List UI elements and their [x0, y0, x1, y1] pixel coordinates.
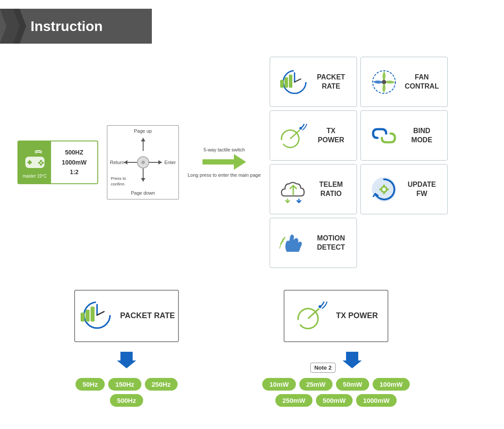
switch-center-button — [137, 156, 149, 168]
update-icon — [369, 174, 399, 205]
svg-marker-37 — [117, 352, 136, 368]
menu-label-fan-contral: FANCONTRAL — [405, 73, 439, 91]
chip-1000mw: 1000mW — [356, 394, 397, 407]
header-banner: Instruction — [0, 9, 152, 44]
svg-rect-14 — [285, 77, 288, 88]
bottom-section: PACKET RATE 50Hz 150Hz 250Hz 500Hz — [17, 290, 487, 407]
svg-rect-4 — [27, 161, 32, 163]
menu-card-packet-rate: PACKETRATE — [270, 57, 357, 107]
chip-100mw: 100mW — [373, 378, 410, 391]
svg-point-6 — [38, 161, 40, 164]
bottom-box-packet-rate: PACKET RATE — [74, 290, 179, 342]
device-display: master 19°C 500HZ 1000mW 1:2 — [17, 141, 98, 184]
switch-arrow-right — [149, 162, 162, 163]
header-chevron-icon — [0, 9, 26, 44]
svg-rect-27 — [383, 185, 385, 187]
down-arrow-tx-power — [343, 349, 362, 371]
chip-500hz: 500Hz — [110, 394, 143, 407]
long-press-label: Long press to enter the main page — [188, 172, 261, 178]
menu-card-bind-mode: BINDMODE — [360, 110, 448, 161]
menu-card-telem-ratio: TELEMRATIO — [270, 164, 357, 214]
svg-rect-28 — [383, 192, 385, 194]
svg-rect-29 — [379, 189, 381, 190]
switch-label-pagedown: Page down — [131, 190, 155, 196]
device-label: master 19°C — [23, 174, 47, 178]
svg-line-12 — [295, 79, 301, 82]
svg-rect-35 — [86, 309, 89, 321]
telem-icon — [278, 174, 309, 205]
bottom-packet-rate-title: PACKET RATE — [120, 311, 175, 321]
chip-250mw: 250mW — [275, 394, 312, 407]
controller-icon — [22, 147, 48, 173]
menu-label-bind-mode: BINDMODE — [405, 127, 439, 145]
svg-point-26 — [382, 188, 386, 191]
switch-label-confirm: Press toconfirm — [111, 176, 126, 187]
chip-150hz: 150Hz — [108, 378, 141, 391]
page-title: Instruction — [31, 18, 103, 34]
svg-point-20 — [299, 127, 302, 130]
svg-rect-30 — [387, 189, 389, 190]
right-arrow-icon — [202, 154, 246, 170]
switch-arrow-left — [124, 162, 137, 163]
tactile-label: 5-way tactile switch — [203, 147, 245, 152]
svg-rect-13 — [280, 80, 284, 88]
menu-grid: PACKETRATE FANCONTRAL — [270, 57, 448, 268]
svg-rect-36 — [91, 307, 95, 322]
menu-card-fan-contral: FANCONTRAL — [360, 57, 448, 107]
svg-point-17 — [382, 80, 386, 84]
bottom-card-tx-power: TX POWER Note 2 10mW 25mW 50mW 100mW 250… — [262, 290, 410, 407]
switch-diagram: Page up Return Enter Press toconfirm Pag… — [107, 125, 179, 199]
device-icon-area: master 19°C — [18, 141, 51, 183]
tx-power-icon — [278, 120, 309, 151]
bottom-tx-power-title: TX POWER — [336, 311, 378, 321]
down-arrow-packet-rate — [117, 349, 136, 371]
switch-label-up: Page up — [134, 128, 152, 134]
menu-label-packet-rate: PACKETRATE — [314, 73, 349, 91]
menu-label-telem-ratio: TELEMRATIO — [314, 180, 349, 199]
device-stats: 500HZ 1000mW 1:2 — [51, 141, 97, 183]
svg-rect-15 — [289, 75, 292, 88]
chip-250hz: 250Hz — [145, 378, 178, 391]
chip-50mw: 50mW — [336, 378, 369, 391]
switch-label-return: Return — [110, 160, 124, 165]
svg-point-8 — [41, 161, 44, 164]
menu-card-update-fw: UPDATEFW — [360, 164, 448, 214]
chip-50hz: 50Hz — [75, 378, 105, 391]
chip-500mw: 500mW — [316, 394, 353, 407]
switch-arrow-down — [143, 168, 144, 182]
svg-point-7 — [40, 163, 42, 165]
bottom-packet-rate-icon — [78, 298, 113, 334]
svg-point-5 — [40, 160, 42, 162]
svg-rect-34 — [81, 312, 85, 322]
svg-line-33 — [97, 312, 104, 315]
switch-label-enter: Enter — [165, 160, 176, 165]
svg-marker-41 — [343, 352, 362, 368]
menu-label-motion-detect: MOTIONDETECT — [314, 234, 349, 252]
svg-point-40 — [319, 305, 322, 308]
packet-rate-icon — [278, 67, 309, 97]
main-content: master 19°C 500HZ 1000mW 1:2 Page up Ret… — [0, 44, 504, 415]
top-section: master 19°C 500HZ 1000mW 1:2 Page up Ret… — [17, 57, 487, 268]
tx-power-options: 10mW 25mW 50mW 100mW 250mW 500mW 1000mW — [262, 378, 410, 407]
bottom-tx-power-icon — [294, 298, 329, 334]
menu-card-tx-power: TXPOWER — [270, 110, 357, 161]
packet-rate-options: 50Hz 150Hz 250Hz 500Hz — [61, 378, 192, 407]
arrow-section: 5-way tactile switch Long press to enter… — [188, 147, 261, 178]
switch-arrow-up — [143, 138, 144, 151]
bind-icon — [369, 120, 399, 151]
menu-label-update-fw: UPDATEFW — [405, 180, 439, 199]
motion-icon — [278, 228, 309, 258]
menu-label-tx-power: TXPOWER — [314, 127, 349, 145]
bottom-box-tx-power: TX POWER — [284, 290, 388, 342]
menu-card-motion-detect: MOTIONDETECT — [270, 218, 357, 268]
svg-marker-9 — [202, 154, 246, 170]
chip-25mw: 25mW — [299, 378, 333, 391]
switch-center-dot — [141, 161, 145, 164]
bottom-card-packet-rate: PACKET RATE 50Hz 150Hz 250Hz 500Hz — [61, 290, 192, 407]
chip-10mw: 10mW — [262, 378, 295, 391]
fan-icon — [369, 67, 399, 97]
note-badge: Note 2 — [310, 363, 336, 373]
